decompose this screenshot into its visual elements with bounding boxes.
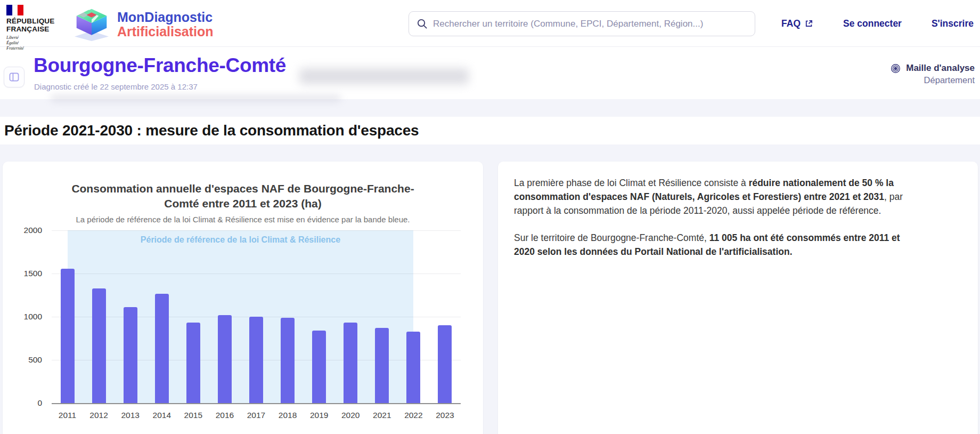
search-input[interactable] <box>433 19 747 29</box>
x-axis-tick-label: 2020 <box>336 411 365 420</box>
x-axis-tick-label: 2016 <box>210 411 239 420</box>
x-axis-tick-label: 2018 <box>273 411 302 420</box>
chart-title: Consommation annuelle d'espaces NAF de B… <box>59 181 427 212</box>
y-axis-tick-label: 1500 <box>10 269 42 278</box>
x-axis-tick-label: 2019 <box>305 411 333 420</box>
sidebar-panel-icon <box>9 73 19 82</box>
blurred-text-region <box>299 68 469 84</box>
bar-2011[interactable] <box>61 269 75 403</box>
x-axis-tick-label: 2023 <box>430 411 459 420</box>
x-axis-tick-label: 2013 <box>116 411 145 420</box>
territory-title-bar: Bourgogne-Franche-Comté Diagnostic créé … <box>0 47 980 99</box>
info-paragraph: Sur le territoire de Bourgogne-Franche-C… <box>514 231 914 259</box>
gov-name-line2: FRANÇAISE <box>6 25 55 33</box>
plot-area: Période de référence de la loi Climat & … <box>52 230 461 404</box>
section-heading-band: Période 2021-2030 : mesure de la consomm… <box>0 117 980 144</box>
analysis-scale-value[interactable]: Département <box>891 75 975 85</box>
gridline <box>52 274 461 274</box>
bar-2022[interactable] <box>406 332 420 403</box>
bar-2014[interactable] <box>155 294 169 403</box>
y-axis-tick-label: 500 <box>10 355 42 365</box>
signup-label: S'inscrire <box>932 18 974 29</box>
bar-2016[interactable] <box>218 315 232 403</box>
bar-2017[interactable] <box>249 317 263 403</box>
faq-link[interactable]: FAQ <box>781 18 813 29</box>
y-axis-tick-label: 1000 <box>10 312 42 322</box>
bar-2012[interactable] <box>92 288 106 403</box>
signup-link[interactable]: S'inscrire <box>932 18 974 29</box>
y-axis-tick-label: 0 <box>10 398 42 408</box>
chart-card: Consommation annuelle d'espaces NAF de B… <box>3 162 483 434</box>
bar-2023[interactable] <box>438 325 452 403</box>
top-bar: RÉPUBLIQUE FRANÇAISE Liberté Égalité Fra… <box>0 0 980 47</box>
french-flag-icon <box>6 5 23 15</box>
bar-2013[interactable] <box>124 307 137 403</box>
page: RÉPUBLIQUE FRANÇAISE Liberté Égalité Fra… <box>0 0 980 434</box>
brand-name-line1: MonDiagnostic <box>117 10 214 25</box>
gov-motto-line1: Liberté <box>6 35 55 41</box>
x-axis-tick-label: 2017 <box>242 411 271 420</box>
x-axis-tick-label: 2011 <box>53 411 82 420</box>
brand-name-line2: Artificialisation <box>117 25 214 39</box>
chart-subtitle: La période de référence de la loi Climat… <box>3 215 483 224</box>
x-axis-tick-label: 2012 <box>85 411 113 420</box>
gov-motto-line2: Égalité <box>6 41 55 46</box>
target-icon <box>891 63 901 74</box>
republique-francaise-logo: RÉPUBLIQUE FRANÇAISE Liberté Égalité Fra… <box>6 5 55 51</box>
info-paragraph: La première phase de loi Climat et Résil… <box>514 176 914 218</box>
login-label: Se connecter <box>843 18 902 29</box>
login-link[interactable]: Se connecter <box>843 18 902 29</box>
bar-2020[interactable] <box>344 323 357 403</box>
analysis-scale-label: Maille d'analyse <box>906 63 975 74</box>
faq-label: FAQ <box>781 18 801 29</box>
bar-2018[interactable] <box>281 318 295 403</box>
external-link-icon <box>805 19 813 28</box>
gridline <box>52 230 461 231</box>
info-paragraphs: La première phase de loi Climat et Résil… <box>514 176 962 259</box>
bar-2019[interactable] <box>312 331 326 403</box>
x-axis-tick-label: 2021 <box>368 411 396 420</box>
section-heading: Période 2021-2030 : mesure de la consomm… <box>4 117 419 144</box>
reference-period-band-label: Période de référence de la loi Climat & … <box>68 235 414 245</box>
app-logo[interactable]: MonDiagnostic Artificialisation <box>71 6 214 43</box>
gov-motto-line3: Fraternité <box>6 46 55 51</box>
bar-2015[interactable] <box>186 323 200 403</box>
cube-logo-icon <box>71 6 112 43</box>
blurred-text-region-2 <box>51 95 341 102</box>
x-axis-tick-label: 2014 <box>148 411 176 420</box>
info-card: La première phase de loi Climat et Résil… <box>498 162 978 434</box>
x-axis-tick-label: 2015 <box>179 411 208 420</box>
sidebar-toggle-button[interactable] <box>4 67 24 87</box>
x-axis-tick-label: 2022 <box>399 411 428 420</box>
diagnostic-created-date: Diagnostic créé le 22 septembre 2025 à 1… <box>34 82 198 91</box>
search-icon <box>416 18 428 29</box>
territory-search <box>409 11 755 36</box>
territory-title: Bourgogne-Franche-Comté <box>34 54 286 77</box>
gov-name-line1: RÉPUBLIQUE <box>6 17 55 25</box>
bar-2021[interactable] <box>375 328 389 403</box>
top-nav: FAQ Se connecter S'inscrire <box>781 0 974 47</box>
y-axis-tick-label: 2000 <box>10 226 42 235</box>
analysis-scale-block: Maille d'analyse Département <box>891 63 975 85</box>
